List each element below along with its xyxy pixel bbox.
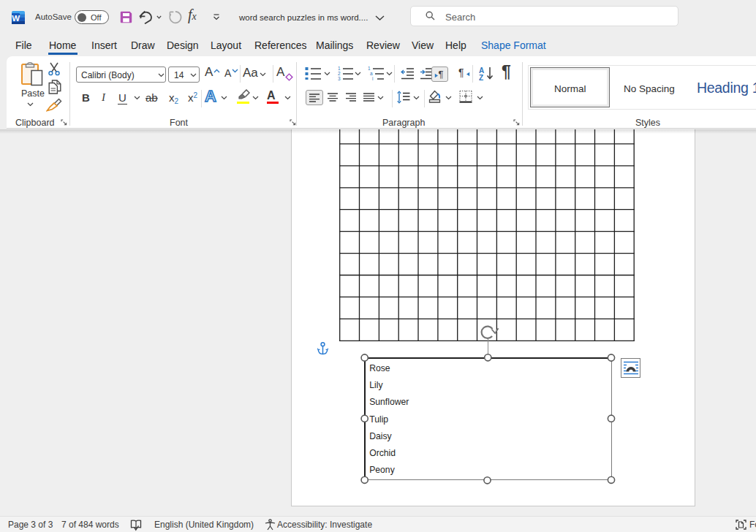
svg-text:a: a xyxy=(370,71,373,76)
svg-text:Z: Z xyxy=(479,74,483,81)
svg-text:1: 1 xyxy=(368,66,371,71)
svg-text:3: 3 xyxy=(338,76,341,80)
svg-text:A: A xyxy=(479,66,484,75)
svg-text:i: i xyxy=(372,76,373,80)
svg-text:W: W xyxy=(12,14,20,23)
svg-text:1: 1 xyxy=(338,66,341,71)
svg-text:2: 2 xyxy=(338,71,341,76)
